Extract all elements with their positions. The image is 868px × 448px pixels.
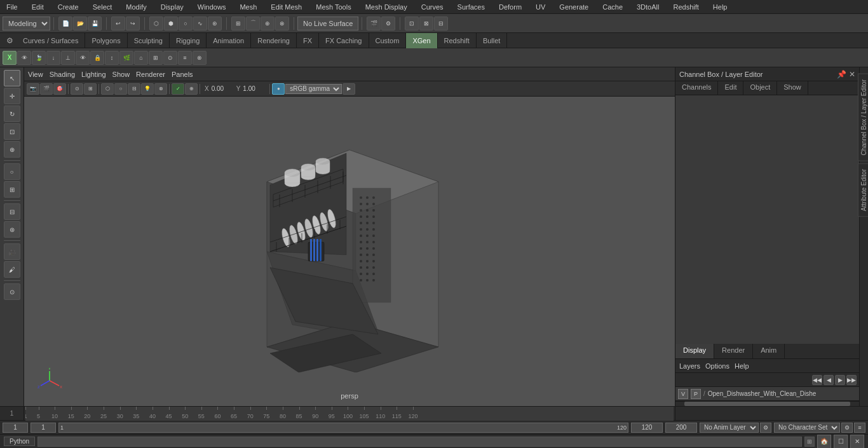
menu-display[interactable]: Display (158, 2, 186, 12)
vp-shadow[interactable]: ⊗ (154, 83, 167, 95)
vp-arrow-right[interactable]: ▶ (342, 83, 355, 95)
undo-btn[interactable]: ↩ (111, 17, 125, 31)
tab-render[interactable]: Render (714, 344, 753, 358)
layer-nav-btn-2[interactable]: ◀ (824, 375, 834, 385)
vp-isolate[interactable]: ⊙ (71, 83, 83, 95)
select-by-object-btn[interactable]: ○ (179, 17, 193, 31)
save-file-btn[interactable]: 💾 (88, 17, 102, 31)
tool-14[interactable]: ⊗ (193, 51, 207, 65)
menu-mesh[interactable]: Mesh (237, 2, 259, 12)
paint-tool[interactable]: 🖌 (4, 261, 20, 278)
vp-cam-2[interactable]: 🎬 (40, 83, 53, 95)
menu-redshift[interactable]: Redshift (670, 2, 701, 12)
menu-edit-mesh[interactable]: Edit Mesh (268, 2, 304, 12)
menu-3dtool[interactable]: 3DtoAll (634, 2, 661, 12)
vp-menu-view[interactable]: View (28, 71, 43, 78)
universal-manip[interactable]: ⊕ (4, 141, 20, 158)
snap-to-grid[interactable]: ⊟ (4, 203, 20, 220)
snap-curve-btn[interactable]: ⌒ (246, 17, 260, 31)
vp-shading-mode[interactable]: ✓ (172, 83, 184, 95)
menu-cache[interactable]: Cache (600, 2, 625, 12)
tab-edit[interactable]: Edit (718, 81, 743, 95)
colorspace-selector[interactable]: sRGB gamma (285, 84, 342, 94)
menu-uv[interactable]: UV (533, 2, 548, 12)
layers-menu-layers[interactable]: Layers (679, 362, 700, 370)
char-set-extra-btn[interactable]: ≡ (854, 423, 865, 433)
tab-channels[interactable]: Channels (675, 81, 718, 95)
layers-scrollbar[interactable] (675, 401, 859, 406)
tab-xgen[interactable]: XGen (406, 33, 437, 48)
python-icon-1[interactable]: ⊞ (804, 437, 815, 447)
side-tab-channel-box[interactable]: Channel Box / Layer Editor (858, 74, 868, 161)
vp-ao[interactable]: ⊕ (185, 83, 198, 95)
menu-surfaces[interactable]: Surfaces (455, 2, 487, 12)
vp-menu-lighting[interactable]: Lighting (81, 71, 106, 78)
menu-modify[interactable]: Modify (123, 2, 149, 12)
workspace-selector[interactable]: Modeling (3, 17, 50, 31)
render-btn[interactable]: 🎬 (367, 17, 381, 31)
tool-4[interactable]: ↓ (46, 51, 60, 65)
tab-redshift[interactable]: Redshift (438, 33, 477, 48)
vp-menu-renderer[interactable]: Renderer (136, 71, 165, 78)
menu-edit[interactable]: Edit (29, 2, 46, 12)
tab-rigging[interactable]: Rigging (170, 33, 207, 48)
character-set-selector[interactable]: No Character Set (774, 423, 840, 433)
menu-windows[interactable]: Windows (195, 2, 229, 12)
tool-3[interactable]: 🍃 (32, 51, 46, 65)
window-icon-min[interactable]: ☐ (834, 435, 848, 449)
python-tab[interactable]: Python (4, 437, 35, 446)
vp-cam-3[interactable]: 🎯 (53, 83, 66, 95)
python-input[interactable] (37, 437, 802, 447)
tab-bullet[interactable]: Bullet (477, 33, 508, 48)
tool-8[interactable]: ↕ (105, 51, 119, 65)
open-file-btn[interactable]: 📂 (73, 17, 87, 31)
tool-7[interactable]: 🔒 (90, 51, 104, 65)
timeline-ruler[interactable]: 1510152025303540455055606570758085909510… (25, 407, 674, 421)
anim-layer-settings-btn[interactable]: ⚙ (760, 423, 771, 433)
frame-range-end-input[interactable] (631, 423, 663, 433)
tool-settings[interactable]: ⊛ (4, 221, 20, 238)
side-tab-attribute-editor[interactable]: Attribute Editor (858, 163, 868, 217)
layout-3-btn[interactable]: ⊟ (434, 17, 448, 31)
layers-menu-help[interactable]: Help (735, 362, 749, 370)
frame-slider[interactable]: 1 120 (58, 423, 628, 433)
tab-object[interactable]: Object (743, 81, 777, 95)
char-set-settings-btn[interactable]: ⚙ (841, 423, 853, 433)
tool-5[interactable]: ⊥ (61, 51, 75, 65)
tool-13[interactable]: ≡ (178, 51, 192, 65)
vp-wireframe[interactable]: ⬡ (101, 83, 114, 95)
render-settings-btn[interactable]: ⚙ (381, 17, 395, 31)
tab-show[interactable]: Show (777, 81, 808, 95)
snap-grid-btn[interactable]: ⊞ (231, 17, 245, 31)
tab-anim[interactable]: Anim (753, 344, 785, 358)
menu-help[interactable]: Help (710, 2, 730, 12)
menu-select[interactable]: Select (90, 2, 115, 12)
snap-point-btn[interactable]: ⊕ (261, 17, 275, 31)
menu-create[interactable]: Create (55, 2, 81, 12)
select-by-comp-btn[interactable]: ⬢ (164, 17, 178, 31)
anim-layer-selector[interactable]: No Anim Layer (700, 423, 759, 433)
layers-scrollbar-thumb[interactable] (684, 402, 850, 406)
tool-10[interactable]: ⌂ (134, 51, 148, 65)
vp-smooth[interactable]: ○ (114, 83, 127, 95)
layer-nav-btn-4[interactable]: ▶▶ (846, 375, 857, 385)
tab-display[interactable]: Display (675, 344, 714, 358)
select-tool[interactable]: ↖ (4, 70, 20, 86)
paint-select-btn[interactable]: ⊛ (208, 17, 222, 31)
redo-btn[interactable]: ↪ (126, 17, 140, 31)
tab-curves-surfaces[interactable]: Curves / Surfaces (17, 33, 85, 48)
tab-rendering[interactable]: Rendering (251, 33, 297, 48)
panel-pin-icon[interactable]: 📌 (837, 70, 846, 79)
tool-9[interactable]: 🌿 (119, 51, 133, 65)
window-icon-close[interactable]: ✕ (850, 435, 864, 449)
tool-11[interactable]: ⊞ (149, 51, 163, 65)
menu-mesh-tools[interactable]: Mesh Tools (313, 2, 353, 12)
menu-file[interactable]: File (4, 2, 20, 12)
menu-curves[interactable]: Curves (419, 2, 446, 12)
vp-menu-show[interactable]: Show (112, 71, 130, 78)
scale-tool[interactable]: ⊡ (4, 123, 20, 140)
window-icon-home[interactable]: 🏠 (817, 435, 831, 449)
mode-settings-icon[interactable]: ⚙ (3, 33, 17, 48)
select-by-hierarchy-btn[interactable]: ⬡ (149, 17, 163, 31)
tab-custom[interactable]: Custom (369, 33, 407, 48)
